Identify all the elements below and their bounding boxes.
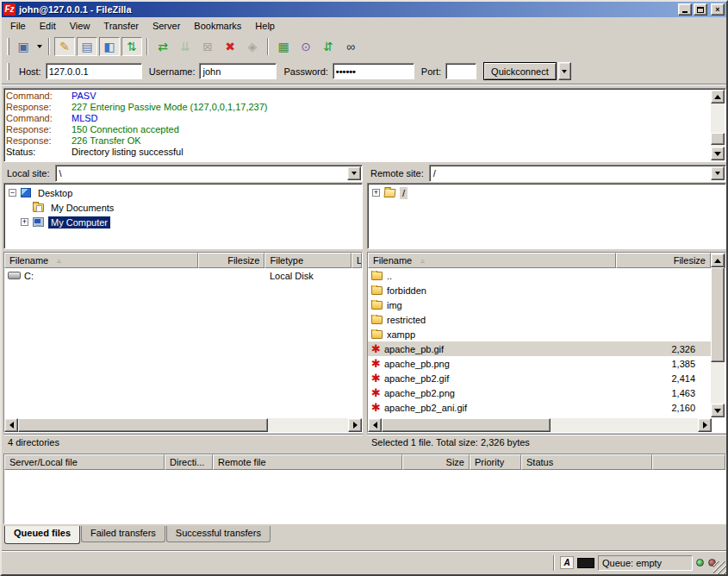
file-row[interactable]: ✱apache_pb2.gif2,414 bbox=[368, 371, 712, 385]
file-row[interactable]: img bbox=[368, 297, 712, 312]
file-row[interactable]: forbidden bbox=[368, 283, 712, 297]
computer-icon bbox=[33, 217, 44, 227]
column-header-filename[interactable]: Filename▵ bbox=[368, 253, 616, 268]
remote-list-vscrollbar[interactable] bbox=[711, 254, 725, 417]
minimize-button[interactable] bbox=[678, 3, 692, 16]
site-manager-icon: ▣ bbox=[17, 41, 28, 53]
expand-icon[interactable]: + bbox=[21, 218, 28, 226]
scroll-right-button[interactable] bbox=[698, 418, 712, 432]
column-header-filesize[interactable]: Filesize bbox=[616, 253, 711, 268]
toggle-remote-tree-button[interactable]: ◧ bbox=[99, 37, 120, 56]
collapse-icon[interactable]: − bbox=[9, 189, 16, 197]
queue-tabs: Queued files Failed transfers Successful… bbox=[2, 526, 726, 547]
scrollbar-thumb[interactable] bbox=[711, 267, 725, 362]
directory-comparison-button[interactable]: ⊙ bbox=[296, 37, 316, 56]
speed-limit-icon[interactable] bbox=[577, 558, 594, 568]
toggle-queue-button[interactable]: ⇅ bbox=[121, 37, 142, 56]
scrollbar-thumb[interactable] bbox=[711, 133, 725, 145]
log-scrollbar[interactable] bbox=[711, 90, 725, 160]
scroll-left-button[interactable] bbox=[4, 418, 18, 432]
column-header-size[interactable]: Size bbox=[402, 454, 470, 470]
tab-queued-files[interactable]: Queued files bbox=[4, 526, 80, 544]
refresh-button[interactable]: ⇄ bbox=[152, 37, 173, 56]
remote-site-dropdown-button[interactable] bbox=[711, 166, 725, 180]
ascii-transfer-mode-icon[interactable]: A bbox=[560, 556, 574, 569]
port-input[interactable] bbox=[445, 63, 476, 79]
menu-help[interactable]: Help bbox=[248, 19, 282, 33]
synchronized-browsing-button[interactable]: ⇵ bbox=[318, 37, 339, 56]
remote-site-combo[interactable]: / bbox=[429, 165, 726, 182]
local-site-dropdown-button[interactable] bbox=[347, 166, 361, 180]
find-files-button[interactable]: ∞ bbox=[340, 37, 361, 56]
menu-file[interactable]: File bbox=[3, 19, 33, 33]
remote-status-text: Selected 1 file. Total size: 2,326 bytes bbox=[367, 434, 726, 450]
file-row[interactable]: C: Local Disk bbox=[4, 268, 362, 283]
menu-transfer[interactable]: Transfer bbox=[96, 19, 146, 33]
menu-edit[interactable]: Edit bbox=[33, 19, 63, 33]
file-row-selected[interactable]: ✱apache_pb.gif2,326 bbox=[368, 341, 712, 356]
column-header-direction[interactable]: Directi... bbox=[165, 454, 213, 470]
maximize-button[interactable] bbox=[694, 3, 707, 16]
image-file-icon: ✱ bbox=[371, 402, 384, 413]
local-site-combo[interactable]: \ bbox=[55, 165, 363, 182]
toolbar-grip[interactable] bbox=[7, 38, 9, 55]
reconnect-button[interactable]: ◈ bbox=[242, 37, 263, 56]
remote-list-hscrollbar[interactable] bbox=[368, 418, 712, 432]
file-row[interactable]: .. bbox=[368, 268, 712, 283]
tab-failed-transfers[interactable]: Failed transfers bbox=[81, 526, 165, 542]
menu-view[interactable]: View bbox=[63, 19, 97, 33]
close-button[interactable]: × bbox=[711, 3, 725, 16]
disconnect-button[interactable]: ✖ bbox=[220, 37, 240, 56]
quickconnect-dropdown-button[interactable] bbox=[558, 62, 571, 80]
scrollbar-thumb[interactable] bbox=[18, 418, 268, 432]
local-list-hscrollbar[interactable] bbox=[4, 418, 362, 432]
file-row[interactable]: ✱apache_pb.png1,385 bbox=[368, 356, 712, 371]
scroll-left-button[interactable] bbox=[368, 418, 382, 432]
column-header-status[interactable]: Status bbox=[521, 454, 652, 470]
quickconnect-grip[interactable] bbox=[7, 63, 9, 80]
toggle-message-log-button[interactable]: ✎ bbox=[54, 37, 75, 56]
file-row[interactable]: restricted bbox=[368, 312, 712, 327]
scrollbar-thumb[interactable] bbox=[382, 418, 551, 432]
column-header-filename[interactable]: Filename▵ bbox=[4, 253, 198, 268]
scroll-up-button[interactable] bbox=[711, 90, 725, 103]
resize-grip[interactable] bbox=[713, 561, 726, 574]
scroll-down-button[interactable] bbox=[711, 404, 725, 417]
column-header-remote-file[interactable]: Remote file bbox=[213, 454, 402, 470]
menu-bookmarks[interactable]: Bookmarks bbox=[187, 19, 248, 33]
column-header-server-local-file[interactable]: Server/Local file bbox=[4, 454, 165, 470]
password-input[interactable] bbox=[333, 63, 414, 79]
menu-server[interactable]: Server bbox=[146, 19, 187, 33]
column-header-lastmodified[interactable]: L bbox=[352, 253, 362, 268]
column-header-filetype[interactable]: Filetype bbox=[264, 253, 352, 268]
directory-filter-button[interactable]: ▦ bbox=[273, 37, 294, 56]
scroll-right-button[interactable] bbox=[348, 418, 362, 432]
host-input[interactable] bbox=[46, 63, 142, 79]
tree-item-root[interactable]: + / bbox=[368, 185, 725, 200]
process-queue-button[interactable]: ⇊ bbox=[175, 37, 196, 56]
tree-item-desktop[interactable]: − Desktop bbox=[4, 185, 362, 200]
scroll-down-button[interactable] bbox=[711, 147, 725, 160]
tree-item-label: My Computer bbox=[48, 216, 110, 229]
expand-icon[interactable]: + bbox=[372, 189, 380, 197]
file-row[interactable]: ✱apache_pb2.png1,463 bbox=[368, 385, 712, 400]
sort-ascending-icon: ▵ bbox=[57, 256, 61, 265]
scroll-up-button[interactable] bbox=[711, 254, 725, 267]
toggle-local-tree-button[interactable]: ▤ bbox=[77, 37, 97, 56]
quickconnect-button[interactable]: Quickconnect bbox=[483, 62, 557, 80]
site-manager-dropdown-button[interactable] bbox=[34, 37, 45, 56]
cancel-operation-button[interactable]: ⊠ bbox=[197, 37, 218, 56]
folder-icon bbox=[371, 330, 383, 339]
remote-tree-icon: ◧ bbox=[103, 41, 115, 53]
app-logo-icon: Fz bbox=[3, 3, 16, 16]
username-input[interactable] bbox=[199, 63, 277, 79]
column-header-priority[interactable]: Priority bbox=[470, 454, 521, 470]
tree-item-my-documents[interactable]: My Documents bbox=[4, 200, 362, 215]
tree-item-my-computer[interactable]: + My Computer bbox=[4, 215, 362, 229]
file-row[interactable]: ✱apache_pb2_ani.gif2,160 bbox=[368, 400, 712, 415]
file-row[interactable]: xampp bbox=[368, 327, 712, 341]
site-manager-button[interactable]: ▣ bbox=[13, 37, 34, 56]
column-header-filesize[interactable]: Filesize bbox=[198, 253, 265, 268]
queue-body bbox=[4, 470, 725, 523]
tab-successful-transfers[interactable]: Successful transfers bbox=[166, 526, 271, 542]
